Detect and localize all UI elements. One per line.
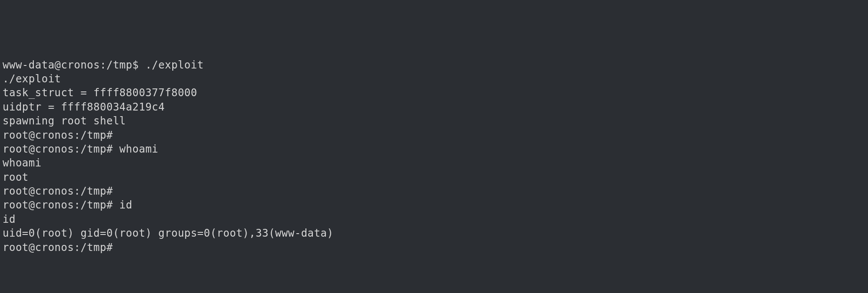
terminal-line: root@cronos:/tmp# (3, 184, 865, 198)
terminal-line: root (3, 170, 865, 184)
terminal-line: id (3, 212, 865, 226)
terminal-line: uid=0(root) gid=0(root) groups=0(root),3… (3, 226, 865, 240)
terminal-line: root@cronos:/tmp# whoami (3, 142, 865, 156)
terminal-line: root@cronos:/tmp# id (3, 198, 865, 212)
terminal-line: www-data@cronos:/tmp$ ./exploit (3, 58, 865, 72)
terminal-output[interactable]: www-data@cronos:/tmp$ ./exploit./exploit… (3, 58, 865, 254)
terminal-line: spawning root shell (3, 114, 865, 128)
terminal-line: whoami (3, 156, 865, 170)
terminal-line: uidptr = ffff880034a219c4 (3, 100, 865, 114)
terminal-line: ./exploit (3, 72, 865, 86)
terminal-line: root@cronos:/tmp# (3, 241, 865, 254)
terminal-line: root@cronos:/tmp# (3, 128, 865, 142)
terminal-line: task_struct = ffff8800377f8000 (3, 86, 865, 100)
